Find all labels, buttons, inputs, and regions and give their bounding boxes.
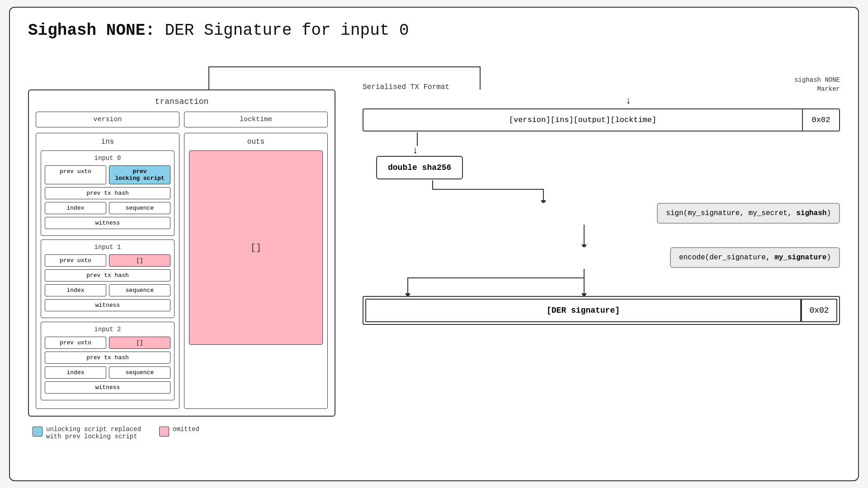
connector-svg-2 (363, 225, 634, 247)
serialised-label: Serialised TX Format (363, 83, 449, 91)
connector-right-1 (363, 180, 840, 203)
input-0-witness: witness (45, 217, 170, 229)
input-2-row1: prev uxto [] (45, 337, 170, 349)
legend-swatch-pink (159, 427, 169, 436)
final-box-wrapper: [DER signature] 0x02 (363, 296, 840, 325)
input-1-index: index (45, 284, 106, 296)
ins-column: ins input 0 prev uxto prevlocking script… (36, 133, 179, 409)
legend-swatch-blue (33, 427, 42, 436)
flow-box-1-hex: 0x02 (803, 109, 839, 131)
title-bold: Sighash NONE: (28, 21, 155, 40)
legend-item-pink: omitted (159, 426, 199, 436)
input-2-group: input 2 prev uxto [] prev tx hash index … (41, 322, 175, 400)
input-2-prev-tx-hash: prev tx hash (45, 352, 170, 364)
tx-columns: ins input 0 prev uxto prevlocking script… (36, 133, 328, 409)
double-sha256-box: double sha256 (376, 156, 463, 179)
final-connector-svg (363, 269, 634, 296)
legend-blue-text: unlocking script replacedwith prev locki… (46, 426, 141, 440)
main-container: Sighash NONE: DER Signature for input 0 … (9, 7, 859, 481)
outs-column: outs [] (184, 133, 328, 409)
svg-marker-0 (541, 200, 546, 203)
title-rest: DER Signature for input 0 (155, 21, 409, 40)
input-2-row3: index sequence (45, 366, 170, 379)
input-2-prev-uxto: prev uxto (45, 337, 106, 349)
locktime-field: locktime (184, 112, 328, 127)
connector-right-2 (363, 225, 840, 247)
encode-node: encode(der_signature, my_signature) (670, 247, 840, 268)
transaction-label: transaction (36, 97, 328, 106)
outs-bracket: [] (250, 243, 261, 253)
version-field: version (36, 112, 179, 127)
input-1-bracket: [] (109, 254, 170, 267)
input-0-sequence: sequence (109, 202, 170, 214)
legend-item-blue: unlocking script replacedwith prev locki… (33, 426, 141, 440)
final-box-main: [DER signature] (365, 299, 801, 322)
input-0-prev-uxto: prev uxto (45, 165, 106, 184)
sign-node-row: sign(my_signature, my_secret, sighash) (363, 203, 840, 224)
input-1-prev-uxto: prev uxto (45, 254, 106, 267)
outs-pink-box: [] (189, 150, 323, 345)
flow-box-1-main: [version][ins][output][locktime] (363, 109, 803, 131)
page-title: Sighash NONE: DER Signature for input 0 (28, 21, 840, 40)
input-1-witness: witness (45, 299, 170, 311)
input-1-row3: index sequence (45, 284, 170, 296)
svg-marker-1 (581, 244, 587, 247)
input-2-row2: prev tx hash (45, 352, 170, 364)
line-1 (417, 132, 418, 146)
input-0-group: input 0 prev uxto prevlocking script pre… (41, 150, 175, 236)
outs-label: outs (189, 138, 323, 146)
final-box-hex: 0x02 (801, 299, 837, 322)
connector-svg-1 (363, 180, 634, 203)
encode-bold: my_signature (774, 253, 826, 262)
svg-marker-3 (405, 293, 410, 296)
input-0-label: input 0 (45, 155, 170, 162)
sighash-none-marker: sighash NONE Marker (794, 76, 840, 94)
ins-label: ins (41, 138, 175, 146)
input-0-prev-locking-script: prevlocking script (109, 165, 170, 184)
input-1-group: input 1 prev uxto [] prev tx hash index … (41, 239, 175, 318)
encode-node-row: encode(der_signature, my_signature) (363, 247, 840, 268)
input-0-prev-tx-hash: prev tx hash (45, 187, 170, 199)
svg-marker-2 (581, 293, 587, 296)
arrow-2: ↓ (412, 146, 840, 156)
legend: unlocking script replacedwith prev locki… (28, 426, 335, 440)
input-0-row1: prev uxto prevlocking script (45, 165, 170, 184)
transaction-box: transaction version locktime ins input 0 (28, 89, 335, 417)
sign-node: sign(my_signature, my_secret, sighash) (657, 203, 840, 224)
content-area: transaction version locktime ins input 0 (28, 53, 840, 440)
input-0-row3: index sequence (45, 202, 170, 214)
arrow-1: ↓ (417, 95, 840, 107)
input-1-row1: prev uxto [] (45, 254, 170, 267)
final-box-row: [DER signature] 0x02 (365, 299, 837, 322)
flow-diagram: Serialised TX Format sighash NONE Marker… (363, 71, 840, 325)
input-2-witness: witness (45, 381, 170, 394)
input-2-label: input 2 (45, 326, 170, 333)
input-1-sequence: sequence (109, 284, 170, 296)
input-1-row2: prev tx hash (45, 269, 170, 282)
sign-bold: sighash (796, 209, 826, 217)
tx-top-row: version locktime (36, 112, 328, 127)
input-2-sequence: sequence (109, 366, 170, 379)
input-0-index: index (45, 202, 106, 214)
input-1-label: input 1 (45, 244, 170, 251)
final-connector (363, 269, 840, 296)
input-2-index: index (45, 366, 106, 379)
input-0-row2: prev tx hash (45, 187, 170, 199)
input-2-bracket: [] (109, 337, 170, 349)
input-1-prev-tx-hash: prev tx hash (45, 269, 170, 282)
flow-box-1-row: [version][ins][output][locktime] 0x02 (363, 108, 840, 131)
legend-pink-text: omitted (173, 426, 199, 433)
